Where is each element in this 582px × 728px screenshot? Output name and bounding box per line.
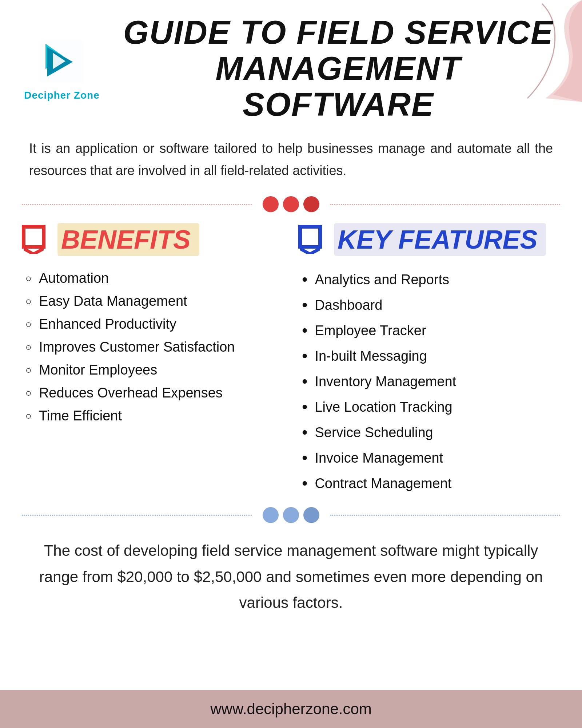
blue-dot-1 bbox=[263, 507, 279, 523]
dot-line-blue-left bbox=[22, 515, 252, 516]
benefit-item-5: Monitor Employees bbox=[25, 359, 280, 381]
dot-line-left bbox=[22, 204, 252, 205]
top-divider bbox=[0, 193, 582, 216]
footer: www.decipherzone.com bbox=[0, 690, 582, 728]
feature-item-4: In-built Messaging bbox=[302, 343, 557, 369]
svg-rect-6 bbox=[28, 232, 39, 242]
feature-item-5: Inventory Management bbox=[302, 369, 557, 394]
cost-text: The cost of developing field service man… bbox=[36, 538, 546, 616]
benefits-list: Automation Easy Data Management Enhanced… bbox=[22, 267, 284, 427]
logo-name-text: Decipher Zone bbox=[24, 90, 99, 101]
feature-item-3: Employee Tracker bbox=[302, 318, 557, 343]
features-column: KEY FEATURES Analytics and Reports Dashb… bbox=[298, 223, 560, 496]
main-title: GUIDE TO FIELD SERVICE MANAGEMENT SOFTWA… bbox=[116, 15, 560, 123]
dot-2 bbox=[283, 196, 299, 212]
svg-rect-9 bbox=[305, 232, 316, 242]
header-section: Decipher Zone GUIDE TO FIELD SERVICE MAN… bbox=[0, 0, 582, 134]
dot-3 bbox=[303, 196, 319, 212]
features-header: KEY FEATURES bbox=[298, 223, 560, 256]
dot-circles bbox=[263, 196, 319, 212]
benefit-item-7: Time Efficient bbox=[25, 404, 280, 427]
feature-item-7: Service Scheduling bbox=[302, 420, 557, 445]
two-col-section: BENEFITS Automation Easy Data Management… bbox=[0, 216, 582, 503]
benefits-icon bbox=[22, 225, 51, 254]
benefit-item-3: Enhanced Productivity bbox=[25, 313, 280, 336]
logo-icon bbox=[36, 36, 87, 87]
benefit-item-4: Improves Customer Satisfaction bbox=[25, 336, 280, 359]
feature-item-1: Analytics and Reports bbox=[302, 267, 557, 292]
title-area: GUIDE TO FIELD SERVICE MANAGEMENT SOFTWA… bbox=[116, 15, 560, 123]
description-section: It is an application or software tailore… bbox=[0, 134, 582, 193]
cost-section: The cost of developing field service man… bbox=[0, 527, 582, 623]
description-text: It is an application or software tailore… bbox=[29, 137, 553, 182]
benefit-item-1: Automation bbox=[25, 267, 280, 290]
footer-url: www.decipherzone.com bbox=[210, 700, 372, 717]
benefits-header: BENEFITS bbox=[22, 223, 284, 256]
feature-item-2: Dashboard bbox=[302, 292, 557, 318]
dot-circles-blue bbox=[263, 507, 319, 523]
logo-area: Decipher Zone bbox=[22, 36, 102, 101]
feature-item-9: Contract Management bbox=[302, 471, 557, 496]
dot-1 bbox=[263, 196, 279, 212]
benefit-item-2: Easy Data Management bbox=[25, 290, 280, 313]
dot-line-blue-right bbox=[330, 515, 560, 516]
dot-line-right bbox=[330, 204, 560, 205]
bottom-divider bbox=[0, 503, 582, 527]
benefit-item-6: Reduces Overhead Expenses bbox=[25, 381, 280, 404]
feature-item-8: Invoice Management bbox=[302, 445, 557, 471]
blue-dot-3 bbox=[303, 507, 319, 523]
features-title: KEY FEATURES bbox=[334, 223, 546, 256]
feature-item-6: Live Location Tracking bbox=[302, 394, 557, 420]
benefits-column: BENEFITS Automation Easy Data Management… bbox=[22, 223, 284, 496]
features-list: Analytics and Reports Dashboard Employee… bbox=[298, 267, 560, 496]
features-icon bbox=[298, 225, 327, 254]
benefits-title: BENEFITS bbox=[57, 223, 199, 256]
blue-dot-2 bbox=[283, 507, 299, 523]
